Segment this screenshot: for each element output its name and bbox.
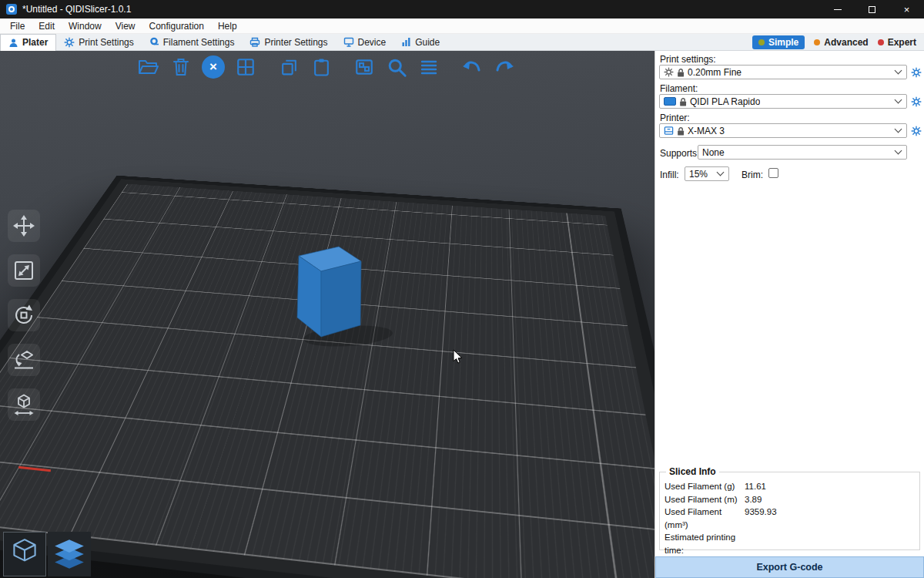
mode-advanced[interactable]: Advanced <box>814 37 868 48</box>
editor-view-button[interactable] <box>3 532 46 576</box>
sliced-info-value: 3.89 <box>745 493 915 506</box>
preview-view-button[interactable] <box>48 532 91 576</box>
delete-button[interactable] <box>169 55 192 79</box>
viewport-toolbar: × <box>137 55 516 79</box>
rotate-tool-button[interactable] <box>8 299 40 331</box>
sliced-info-value: 11.61 <box>745 480 915 493</box>
maximize-icon <box>869 6 875 13</box>
print-settings-gear-button[interactable] <box>910 65 922 79</box>
menu-window[interactable]: Window <box>62 18 109 33</box>
scale-icon <box>12 259 35 282</box>
tab-print-settings[interactable]: Print Settings <box>56 34 141 51</box>
tab-filament-settings[interactable]: Filament Settings <box>142 34 243 51</box>
print-settings-value: 0.20mm Fine <box>688 67 742 78</box>
menu-help[interactable]: Help <box>211 18 244 33</box>
close-button[interactable]: × <box>889 0 924 18</box>
minimize-icon <box>834 9 842 10</box>
brim-label: Brim: <box>742 170 763 180</box>
place-on-face-icon <box>12 348 35 371</box>
lock-icon <box>677 126 685 136</box>
mode-expert[interactable]: Expert <box>878 37 916 48</box>
filament-dropdown[interactable]: QIDI PLA Rapido <box>659 94 907 109</box>
copy-button[interactable] <box>277 55 300 79</box>
infill-label: Infill: <box>660 170 679 180</box>
gear-icon <box>911 126 922 136</box>
scale-tool-button[interactable] <box>8 254 40 287</box>
lock-icon <box>677 68 685 77</box>
sliced-info-title: Sliced Info <box>666 466 719 477</box>
chevron-down-icon <box>717 169 725 176</box>
open-file-button[interactable] <box>137 55 160 79</box>
layers-button[interactable] <box>417 55 440 79</box>
print-settings-dropdown[interactable]: 0.20mm Fine <box>659 65 907 79</box>
settings-sidebar: Print settings: 0.20mm Fine Filament: QI… <box>654 51 924 578</box>
export-gcode-button[interactable]: Export G-code <box>655 556 924 578</box>
tab-guide[interactable]: Guide <box>393 34 447 51</box>
minimize-button[interactable] <box>820 0 855 18</box>
filament-gear-button[interactable] <box>910 94 922 109</box>
menu-view[interactable]: View <box>109 18 142 33</box>
gear-icon <box>911 67 922 78</box>
tab-plater[interactable]: Plater <box>0 34 56 51</box>
search-button[interactable] <box>385 55 408 79</box>
infill-dropdown[interactable]: 15% <box>685 166 729 181</box>
window-title: *Untitled - QIDISlicer-1.0.1 <box>22 4 131 15</box>
measure-tool-button[interactable] <box>8 388 40 421</box>
tab-label: Print Settings <box>79 37 133 48</box>
print-bed[interactable] <box>0 179 654 578</box>
gear-icon <box>911 96 922 107</box>
redo-button[interactable] <box>493 55 516 79</box>
move-tool-button[interactable] <box>8 210 40 242</box>
chevron-down-icon <box>895 96 902 104</box>
tab-device[interactable]: Device <box>336 34 394 51</box>
mode-simple[interactable]: Simple <box>752 35 805 49</box>
print-settings-label: Print settings: <box>660 54 716 65</box>
guide-icon <box>401 37 411 47</box>
maximize-button[interactable] <box>855 0 889 18</box>
sliced-info-row: Used Filament (g) 11.61 <box>665 480 915 493</box>
viewport-3d[interactable]: × <box>0 51 654 578</box>
sliced-info-value: 9359.93 <box>745 506 915 531</box>
filament-color-swatch <box>664 97 676 106</box>
place-on-face-tool-button[interactable] <box>8 344 40 376</box>
mode-label: Expert <box>888 37 916 48</box>
arrange-button[interactable] <box>234 55 257 79</box>
open-folder-icon <box>138 57 159 77</box>
sliced-info-panel: Sliced Info Used Filament (g) 11.61 Used… <box>659 472 920 550</box>
split-objects-button[interactable] <box>353 55 376 79</box>
menu-file[interactable]: File <box>3 18 32 33</box>
menubar: File Edit Window View Configuration Help <box>0 18 924 34</box>
tab-label: Printer Settings <box>264 37 327 48</box>
printer-dropdown[interactable]: X-MAX 3 <box>659 123 907 138</box>
tab-printer-settings[interactable]: Printer Settings <box>242 34 335 51</box>
menu-edit[interactable]: Edit <box>32 18 62 33</box>
gear-icon <box>664 67 674 77</box>
simple-mode-dot-icon <box>758 39 765 45</box>
copy-icon <box>280 57 299 77</box>
printer-gear-button[interactable] <box>910 123 922 138</box>
move-icon <box>12 214 35 237</box>
brim-checkbox[interactable] <box>768 168 778 178</box>
layers-lines-icon <box>419 58 439 76</box>
printer-icon <box>249 37 260 47</box>
supports-label: Supports: <box>660 148 699 159</box>
undo-icon <box>460 57 484 77</box>
sliced-info-row: Used Filament (m) 3.89 <box>665 493 915 506</box>
measure-icon <box>12 393 35 416</box>
supports-dropdown[interactable]: None <box>698 145 907 160</box>
menu-configuration[interactable]: Configuration <box>142 18 211 33</box>
rotate-icon <box>12 304 35 327</box>
editor-3d-cube-icon <box>8 536 41 572</box>
chevron-down-icon <box>895 126 902 133</box>
tab-label: Plater <box>22 37 48 48</box>
search-icon <box>387 57 407 78</box>
infill-value: 15% <box>689 169 708 180</box>
chevron-down-icon <box>895 147 902 155</box>
delete-all-button[interactable]: × <box>202 55 225 79</box>
app-logo-icon <box>6 4 17 15</box>
paste-button[interactable] <box>310 55 333 79</box>
expert-mode-dot-icon <box>878 39 884 45</box>
mode-label: Simple <box>768 37 798 48</box>
filament-label: Filament: <box>660 83 698 94</box>
undo-button[interactable] <box>460 55 484 79</box>
